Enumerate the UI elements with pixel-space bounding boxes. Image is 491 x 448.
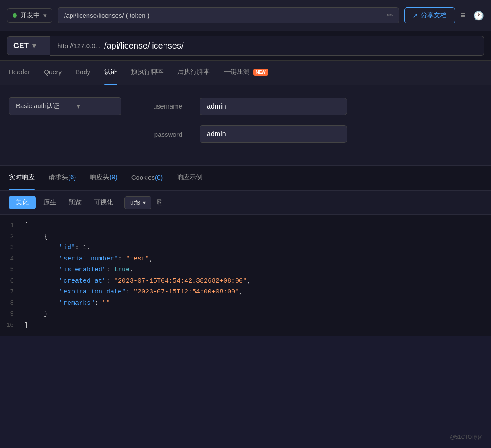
auth-chevron-icon: ▾ [77, 102, 80, 110]
json-output: 1 [ 2 { 3 "id": 1, 4 "serial_number": "t… [0, 215, 491, 336]
share-label: 分享文档 [421, 11, 447, 20]
json-line-1: 1 [ [0, 220, 491, 231]
auth-type-row: Basic auth认证 ▾ username admin [9, 97, 482, 115]
method-selector[interactable]: GET ▾ [7, 36, 50, 55]
method-chevron-icon: ▾ [32, 41, 36, 50]
top-icons: ≡ 🕐 [460, 10, 484, 21]
url-path: /api/license/licenses/ [104, 41, 183, 51]
env-label: 开发中 [20, 11, 40, 20]
json-line-3: 3 "id": 1, [0, 242, 491, 254]
tab-body[interactable]: Body [75, 68, 90, 77]
full-url-bar[interactable]: http://127.0.0... /api/license/licenses/ [50, 36, 484, 56]
tab-auth[interactable]: 认证 [104, 68, 117, 78]
auth-type-label: Basic auth认证 [16, 102, 59, 110]
url-base: http://127.0.0... [57, 42, 101, 49]
format-visualize-button[interactable]: 可视化 [89, 196, 118, 209]
json-line-9: 9 } [0, 309, 491, 320]
request-row: GET ▾ http://127.0.0... /api/license/lic… [0, 31, 491, 61]
encoding-chevron-icon: ▾ [143, 199, 146, 206]
chevron-down-icon: ▾ [43, 12, 47, 20]
share-button[interactable]: ↗ 分享文档 [404, 7, 455, 23]
env-status-dot [13, 13, 17, 18]
encoding-selector[interactable]: utf8 ▾ [124, 196, 151, 209]
copy-icon[interactable]: ⎘ [157, 198, 162, 207]
json-line-5: 5 "is_enabled": true, [0, 264, 491, 276]
format-raw-button[interactable]: 原生 [39, 196, 61, 209]
edit-icon[interactable]: ✏ [387, 11, 393, 20]
watermark: @51CTO博客 [450, 434, 482, 441]
request-tabs-row: Header Query Body 认证 预执行脚本 后执行脚本 一键压测 NE… [0, 61, 491, 85]
format-preview-button[interactable]: 预览 [64, 196, 86, 209]
json-line-8: 8 "remarks": "" [0, 298, 491, 309]
tab-post-script[interactable]: 后执行脚本 [177, 68, 210, 78]
json-line-6: 6 "created_at": "2023-07-15T04:54:42.382… [0, 276, 491, 287]
password-label: password [139, 131, 182, 138]
format-bar: 美化 原生 预览 可视化 utf8 ▾ ⎘ [0, 191, 491, 215]
resp-tab-example[interactable]: 响应示例 [177, 173, 203, 183]
resp-tab-request-headers[interactable]: 请求头(6) [49, 173, 76, 183]
auth-type-dropdown[interactable]: Basic auth认证 ▾ [9, 97, 121, 115]
auth-section: Basic auth认证 ▾ username admin password a… [0, 85, 491, 166]
top-bar: 开发中 ▾ /api/license/licenses/ ( token ) ✏… [0, 0, 491, 31]
response-tabs-row: 实时响应 请求头(6) 响应头(9) Cookies(0) 响应示例 [0, 166, 491, 191]
encoding-label: utf8 [130, 199, 140, 206]
api-path-bar: /api/license/licenses/ ( token ) ✏ [58, 7, 399, 23]
new-badge: NEW [253, 69, 268, 76]
tab-header[interactable]: Header [9, 68, 30, 77]
auth-password-row: password admin [139, 125, 482, 143]
resp-tab-response-headers[interactable]: 响应头(9) [90, 173, 117, 183]
env-selector[interactable]: 开发中 ▾ [7, 8, 52, 23]
json-line-7: 7 "expiration_date": "2023-07-15T12:54:0… [0, 287, 491, 298]
json-line-4: 4 "serial_number": "test", [0, 254, 491, 265]
response-section: 实时响应 请求头(6) 响应头(9) Cookies(0) 响应示例 美化 原生… [0, 166, 491, 336]
share-icon: ↗ [412, 12, 418, 20]
tab-query[interactable]: Query [44, 68, 62, 77]
tab-load-test[interactable]: 一键压测 NEW [224, 68, 268, 78]
resp-tab-cookies[interactable]: Cookies(0) [131, 174, 163, 183]
password-input[interactable]: admin [200, 125, 347, 143]
username-input[interactable]: admin [200, 98, 347, 115]
username-label: username [139, 102, 182, 110]
resp-tab-realtime[interactable]: 实时响应 [9, 173, 35, 183]
json-line-10: 10 ] [0, 320, 491, 331]
tab-pre-script[interactable]: 预执行脚本 [131, 68, 164, 78]
menu-icon[interactable]: ≡ [460, 10, 465, 21]
json-line-2: 2 { [0, 231, 491, 243]
format-beautify-button[interactable]: 美化 [9, 196, 36, 209]
method-label: GET [13, 42, 29, 50]
history-icon[interactable]: 🕐 [473, 10, 484, 21]
api-path-text: /api/license/licenses/ ( token ) [64, 12, 150, 19]
